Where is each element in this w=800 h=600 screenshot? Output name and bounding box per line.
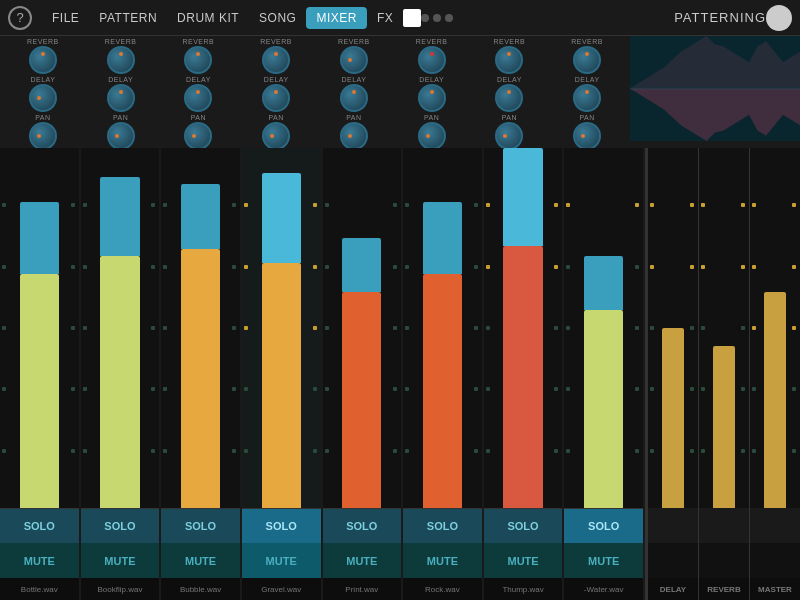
- knob-reverb-2-dial[interactable]: [107, 46, 135, 74]
- knob-delay-3-dial[interactable]: [184, 84, 212, 112]
- channel-2-main-bar: [100, 256, 139, 508]
- channel-5-fader[interactable]: [323, 148, 402, 508]
- led: [792, 203, 796, 207]
- led: [151, 387, 155, 391]
- knob-reverb-1-dial[interactable]: [29, 46, 57, 74]
- led: [163, 326, 167, 330]
- knob-reverb-3-dial[interactable]: [184, 46, 212, 74]
- nav-fx[interactable]: FX: [367, 7, 403, 29]
- right-master-section: DELAY: [645, 148, 800, 600]
- channel-2-left-leds: [83, 148, 89, 508]
- main-channels: SOLO MUTE Bottle.wav: [0, 148, 645, 600]
- channel-8-fader[interactable]: [564, 148, 643, 508]
- channel-8-bar-wrapper: [584, 148, 623, 508]
- reverb-fader[interactable]: [699, 148, 749, 508]
- channel-6-solo[interactable]: SOLO: [403, 508, 482, 543]
- channel-1-solo[interactable]: SOLO: [0, 508, 79, 543]
- nav-dots: [421, 14, 453, 22]
- nav-song[interactable]: SONG: [249, 7, 306, 29]
- channel-3-solo[interactable]: SOLO: [161, 508, 240, 543]
- led: [650, 203, 654, 207]
- knob-delay-5-dial[interactable]: [340, 84, 368, 112]
- channel-2-mute[interactable]: MUTE: [81, 543, 160, 578]
- main-content: REVERB REVERB REVERB REVERB REVERB: [0, 36, 800, 600]
- delay-fader[interactable]: [648, 148, 698, 508]
- master-fader[interactable]: [750, 148, 800, 508]
- channel-8-top-bar: [584, 256, 623, 310]
- knob-reverb-6-dial[interactable]: [418, 46, 446, 74]
- channel-4-fader[interactable]: [242, 148, 321, 508]
- channel-5-left-leds: [325, 148, 331, 508]
- knob-delay-6-dial[interactable]: [418, 84, 446, 112]
- led: [2, 265, 6, 269]
- channel-5-solo[interactable]: SOLO: [323, 508, 402, 543]
- channel-3-fader[interactable]: [161, 148, 240, 508]
- knob-reverb-7: REVERB: [471, 38, 549, 74]
- knob-delay-8-dial[interactable]: [573, 84, 601, 112]
- knob-pan-7-dial[interactable]: [495, 122, 523, 150]
- channel-8-right-leds: [635, 148, 641, 508]
- reverb-right-leds: [741, 148, 747, 508]
- led: [313, 203, 317, 207]
- led: [151, 203, 155, 207]
- right-faders: DELAY: [648, 148, 800, 600]
- led: [151, 265, 155, 269]
- reverb-channel: REVERB: [699, 148, 750, 600]
- nav-square[interactable]: [403, 9, 421, 27]
- nav-file[interactable]: FILE: [42, 7, 89, 29]
- led: [566, 326, 570, 330]
- knob-pan-3-dial[interactable]: [184, 122, 212, 150]
- knob-pan-4-dial[interactable]: [262, 122, 290, 150]
- knob-pan-8: PAN: [548, 114, 626, 150]
- channel-1-mute[interactable]: MUTE: [0, 543, 79, 578]
- nav-mixer[interactable]: MIXER: [306, 7, 367, 29]
- channel-2-fader[interactable]: [81, 148, 160, 508]
- reverb-label: REVERB: [699, 578, 749, 600]
- led: [690, 265, 694, 269]
- knob-pan-1-dial[interactable]: [29, 122, 57, 150]
- knob-reverb-7-dial[interactable]: [495, 46, 523, 74]
- channel-5-mute[interactable]: MUTE: [323, 543, 402, 578]
- knob-reverb-8-dial[interactable]: [573, 46, 601, 74]
- channel-7-fader[interactable]: [484, 148, 563, 508]
- nav-drum-kit[interactable]: DRUM KIT: [167, 7, 249, 29]
- led: [83, 449, 87, 453]
- channel-8-solo[interactable]: SOLO: [564, 508, 643, 543]
- channel-1-fader[interactable]: [0, 148, 79, 508]
- channel-7-solo[interactable]: SOLO: [484, 508, 563, 543]
- led: [486, 203, 490, 207]
- knob-pan-6-dial[interactable]: [418, 122, 446, 150]
- channel-6-mute[interactable]: MUTE: [403, 543, 482, 578]
- knob-pan-8-dial[interactable]: [573, 122, 601, 150]
- nav-pattern[interactable]: PATTERN: [89, 7, 167, 29]
- knob-delay-5: DELAY: [315, 76, 393, 112]
- channel-7-mute[interactable]: MUTE: [484, 543, 563, 578]
- delay-bar: [662, 328, 685, 508]
- channel-2-solo[interactable]: SOLO: [81, 508, 160, 543]
- led: [474, 387, 478, 391]
- knob-delay-1-dial[interactable]: [29, 84, 57, 112]
- knob-pan-5-dial[interactable]: [340, 122, 368, 150]
- led: [71, 387, 75, 391]
- channel-4-mute[interactable]: MUTE: [242, 543, 321, 578]
- knob-delay-2-dial[interactable]: [107, 84, 135, 112]
- channel-3-right-leds: [232, 148, 238, 508]
- channel-4-solo[interactable]: SOLO: [242, 508, 321, 543]
- channel-3-mute[interactable]: MUTE: [161, 543, 240, 578]
- channel-8-mute[interactable]: MUTE: [564, 543, 643, 578]
- knob-reverb-4-dial[interactable]: [262, 46, 290, 74]
- channel-4: SOLO MUTE Gravel.wav: [242, 148, 323, 600]
- knob-delay-6: DELAY: [393, 76, 471, 112]
- master-solo: [750, 508, 800, 543]
- channel-5-top-bar: [342, 238, 381, 292]
- channel-5-main-bar: [342, 292, 381, 508]
- knob-reverb-5-dial[interactable]: [340, 46, 368, 74]
- help-button[interactable]: ?: [8, 6, 32, 30]
- knob-delay-7-dial[interactable]: [495, 84, 523, 112]
- knob-delay-4-dial[interactable]: [262, 84, 290, 112]
- led: [405, 203, 409, 207]
- channel-7-bar-wrapper: [503, 148, 542, 508]
- knob-pan-2-dial[interactable]: [107, 122, 135, 150]
- nav-dot-3: [445, 14, 453, 22]
- channel-6-fader[interactable]: [403, 148, 482, 508]
